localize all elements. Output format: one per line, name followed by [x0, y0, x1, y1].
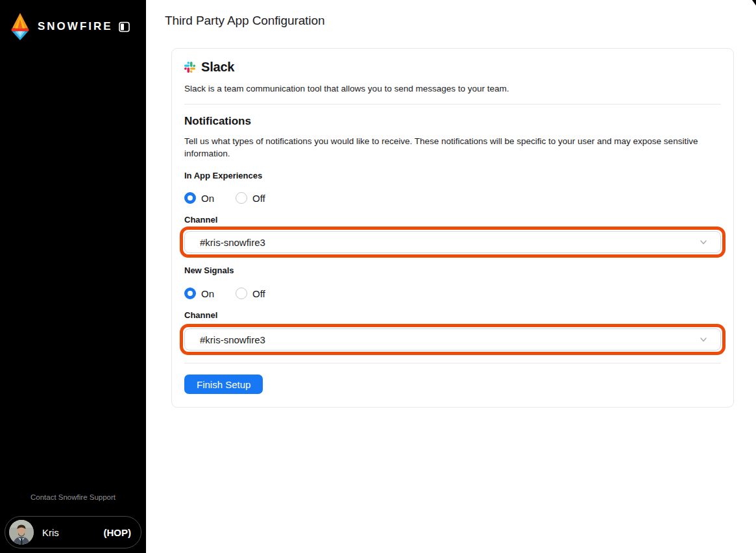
radio-on-label: On: [201, 193, 214, 204]
app-window: SNOWFIRE Contact Snowfire Support: [0, 0, 756, 553]
divider: [184, 363, 721, 363]
slack-config-card: Slack Slack is a team communication tool…: [171, 48, 734, 408]
channel-select-wrap-1: #kris-snowfire3: [184, 231, 721, 253]
channel-select-value: #kris-snowfire3: [200, 237, 699, 248]
new-signals-label: New Signals: [184, 265, 721, 275]
channel-select-value: #kris-snowfire3: [200, 334, 699, 345]
user-org-badge: (HOP): [104, 527, 132, 538]
radio-on-icon[interactable]: [184, 192, 196, 204]
brand-name: SNOWFIRE: [38, 20, 113, 33]
radio-off-label: Off: [252, 288, 265, 299]
channel-label-1: Channel: [184, 215, 721, 225]
app-description: Slack is a team communication tool that …: [184, 84, 721, 93]
in-app-off-option[interactable]: Off: [236, 192, 265, 204]
radio-on-icon[interactable]: [184, 288, 196, 299]
in-app-experiences-label: In App Experiences: [184, 171, 721, 180]
notifications-description: Tell us what types of notifications you …: [184, 135, 721, 160]
radio-off-icon[interactable]: [236, 192, 247, 204]
sidebar-collapse-icon[interactable]: [119, 21, 130, 32]
radio-off-icon[interactable]: [236, 288, 247, 299]
radio-on-label: On: [201, 288, 214, 299]
divider: [184, 104, 721, 104]
in-app-on-option[interactable]: On: [184, 192, 214, 204]
page-title: Third Party App Configuration: [165, 14, 740, 28]
snowfire-logo-icon: [8, 13, 32, 40]
notifications-heading: Notifications: [184, 115, 721, 128]
avatar: [9, 520, 34, 545]
chevron-down-icon: [699, 335, 708, 344]
new-signals-radio-group: On Off: [184, 288, 721, 299]
channel-select-wrap-2: #kris-snowfire3: [184, 328, 721, 350]
channel-label-2: Channel: [184, 310, 721, 320]
app-header: Slack: [184, 60, 721, 75]
slack-icon: [184, 62, 195, 73]
sidebar-footer: Contact Snowfire Support: [0, 493, 146, 553]
channel-select-in-app[interactable]: #kris-snowfire3: [184, 231, 721, 253]
radio-off-label: Off: [252, 193, 265, 204]
user-name: Kris: [42, 527, 104, 538]
user-menu[interactable]: Kris (HOP): [5, 516, 141, 548]
sidebar: SNOWFIRE Contact Snowfire Support: [0, 0, 146, 553]
brand-home-link[interactable]: SNOWFIRE: [0, 0, 146, 53]
in-app-experiences-radio-group: On Off: [184, 192, 721, 204]
channel-select-new-signals[interactable]: #kris-snowfire3: [184, 328, 721, 350]
main-content: Third Party App Configuration Slack Slac…: [146, 0, 756, 553]
chevron-down-icon: [699, 238, 708, 247]
finish-setup-button[interactable]: Finish Setup: [184, 375, 263, 394]
contact-support-link[interactable]: Contact Snowfire Support: [0, 493, 146, 501]
app-name: Slack: [201, 60, 234, 75]
new-signals-on-option[interactable]: On: [184, 288, 214, 299]
new-signals-off-option[interactable]: Off: [236, 288, 265, 299]
